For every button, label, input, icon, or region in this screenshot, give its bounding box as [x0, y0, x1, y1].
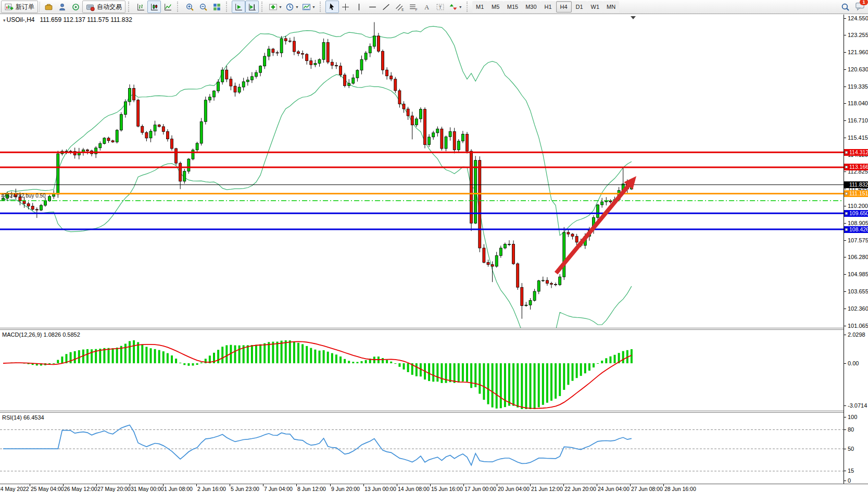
- periods-button[interactable]: ▼: [284, 1, 300, 13]
- time-tick-label: 13 Jun 00:00: [364, 486, 396, 492]
- indicators-icon: [269, 3, 278, 11]
- time-tick-label: 27 May 20:00: [97, 486, 131, 492]
- price-tick: [844, 405, 846, 406]
- tile-windows-button[interactable]: [210, 1, 223, 13]
- svg-text:F: F: [416, 7, 418, 11]
- symbol-period: USOil-,H4: [7, 16, 35, 23]
- timeframe-button-m15[interactable]: M15: [504, 1, 522, 13]
- time-axis[interactable]: 24 May 202225 May 04:0026 May 12:0027 Ma…: [0, 484, 868, 492]
- crosshair-button[interactable]: [339, 1, 353, 13]
- dropdown-arrow-icon: ▼: [295, 5, 299, 9]
- toolbar-grip: [177, 2, 181, 12]
- horizontal-line-tool-button[interactable]: [366, 1, 380, 13]
- time-tick: [397, 484, 397, 486]
- timeframe-button-m5[interactable]: M5: [488, 1, 504, 13]
- trendline-icon: [382, 3, 391, 11]
- time-tick-label: 9 Jun 20:00: [331, 486, 360, 492]
- price-line-label: 114.312: [844, 149, 868, 156]
- price-tick-label: 115.415: [848, 134, 868, 141]
- market-watch-button[interactable]: [55, 1, 69, 13]
- price-line-label: 113.166: [844, 164, 868, 170]
- price-tick: [844, 206, 846, 206]
- price-tick: [844, 481, 846, 481]
- time-tick: [463, 484, 464, 486]
- price-axis[interactable]: 124.550123.255121.960120.630119.335118.0…: [844, 15, 868, 492]
- dropdown-arrow-icon: ▼: [459, 5, 462, 9]
- line-chart-button[interactable]: [161, 1, 174, 13]
- trendline-tool-button[interactable]: [380, 1, 393, 13]
- time-tick-label: 20 Jun 04:00: [498, 486, 530, 492]
- price-tick: [844, 69, 846, 70]
- time-tick: [163, 484, 163, 486]
- bar-chart-button[interactable]: [134, 1, 147, 13]
- toolbar: 新订单 自动交易: [0, 0, 868, 14]
- timeframe-button-h1[interactable]: H1: [540, 1, 556, 13]
- main-chart-pane[interactable]: [0, 15, 844, 328]
- autotrading-label: 自动交易: [97, 3, 122, 11]
- search-button[interactable]: [838, 1, 852, 13]
- timeframe-button-mn[interactable]: MN: [603, 1, 619, 13]
- horizontal-line-icon: [368, 3, 377, 11]
- cursor-button[interactable]: [325, 1, 339, 13]
- time-tick-label: 15 Jun 16:00: [431, 486, 463, 492]
- price-line-label: 111.832: [844, 181, 868, 188]
- crosshair-icon: [341, 3, 350, 11]
- one-click-trading-arrow[interactable]: ▾: [3, 18, 6, 23]
- profiles-icon: [44, 3, 53, 11]
- time-tick-label: 1 Jun 08:00: [164, 486, 193, 492]
- time-tick: [597, 484, 597, 486]
- autotrading-button[interactable]: 自动交易: [82, 1, 125, 13]
- new-order-button[interactable]: 新订单: [1, 1, 38, 13]
- data-window-button[interactable]: [69, 1, 82, 13]
- toolbar-grip: [128, 2, 132, 12]
- price-tick: [844, 417, 846, 417]
- templates-button[interactable]: ▼: [300, 1, 317, 13]
- chat-button[interactable]: 1: [855, 1, 865, 13]
- pane-separator[interactable]: [0, 411, 868, 413]
- time-tick-label: 22 Jun 20:00: [564, 486, 596, 492]
- time-tick: [430, 484, 431, 486]
- price-tick-label: 15: [848, 468, 854, 474]
- line-chart-icon: [163, 3, 172, 11]
- profiles-button[interactable]: [42, 1, 55, 13]
- timeframe-button-m30[interactable]: M30: [522, 1, 540, 13]
- timeframe-button-w1[interactable]: W1: [587, 1, 603, 13]
- macd-pane[interactable]: [0, 330, 844, 411]
- arrows-tool-button[interactable]: ▼: [447, 1, 464, 13]
- channel-tool-button[interactable]: E: [393, 1, 407, 13]
- dropdown-arrow-icon: ▼: [279, 5, 282, 9]
- price-tick-label: 100: [848, 414, 857, 420]
- text-tool-button[interactable]: A: [420, 1, 434, 13]
- price-tick: [844, 309, 846, 309]
- open-order-label[interactable]: #7624792 buy 0.50: [1, 193, 46, 199]
- timeframe-button-m1[interactable]: M1: [472, 1, 488, 13]
- time-tick: [530, 484, 531, 486]
- price-tick-label: 80: [848, 426, 854, 433]
- indicators-button[interactable]: ▼: [267, 1, 284, 13]
- bar-chart-icon: [136, 3, 145, 11]
- price-tick-label: 124.550: [848, 15, 868, 21]
- price-tick: [844, 471, 846, 471]
- fibonacci-icon: F: [409, 3, 418, 11]
- zoom-in-button[interactable]: [183, 1, 196, 13]
- autoscroll-button[interactable]: [232, 1, 245, 13]
- cursor-icon: [328, 3, 336, 11]
- rsi-pane[interactable]: [0, 413, 844, 484]
- price-tick: [844, 18, 846, 19]
- data-window-icon: [71, 3, 80, 11]
- candlestick-chart-button[interactable]: [147, 1, 161, 13]
- timeframe-button-d1[interactable]: D1: [572, 1, 587, 13]
- price-tick: [844, 138, 846, 138]
- chart-shift-button[interactable]: [245, 1, 259, 13]
- price-tick: [844, 429, 846, 430]
- price-tick-label: 104.985: [848, 271, 868, 277]
- pane-separator[interactable]: [0, 328, 868, 330]
- text-tool-icon: A: [422, 3, 431, 11]
- timeframe-button-h4[interactable]: H4: [556, 1, 572, 13]
- chart-area: ▾USOil-,H4 111.659 112.137 111.575 111.8…: [0, 15, 868, 492]
- fibonacci-tool-button[interactable]: F: [407, 1, 420, 13]
- vertical-line-tool-button[interactable]: [353, 1, 366, 13]
- zoom-out-button[interactable]: [196, 1, 210, 13]
- label-tool-button[interactable]: T: [434, 1, 447, 13]
- price-tick-label: 0: [848, 477, 851, 484]
